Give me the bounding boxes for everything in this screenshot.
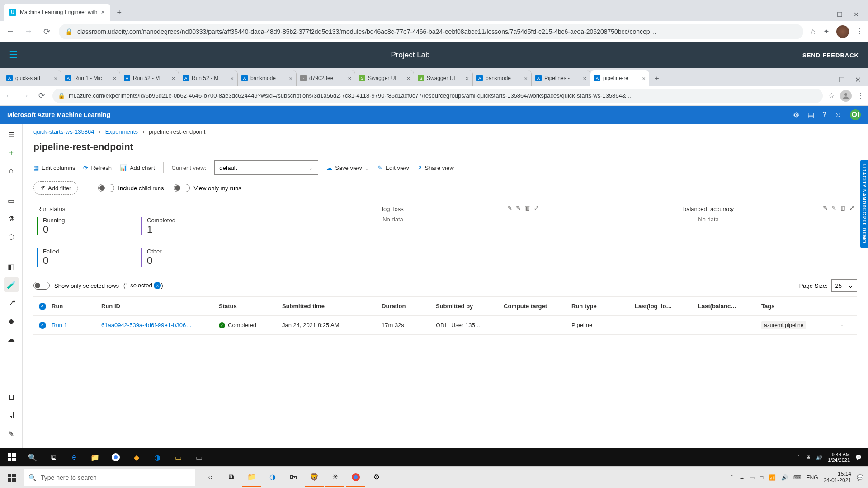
start-icon[interactable]: [3, 450, 21, 465]
col-status[interactable]: Status: [219, 303, 282, 310]
share-view-button[interactable]: ↗Share view: [417, 164, 453, 171]
close-icon[interactable]: ×: [465, 75, 469, 82]
expand-icon[interactable]: ⤢: [849, 205, 854, 211]
gear-icon[interactable]: ⚙: [793, 111, 799, 119]
cortana-icon[interactable]: ○: [201, 469, 220, 487]
col-tags[interactable]: Tags: [761, 303, 839, 310]
brave-icon[interactable]: 🦁: [305, 469, 324, 487]
minimize-icon[interactable]: —: [820, 11, 826, 18]
include-child-toggle[interactable]: Include child runs: [98, 184, 164, 192]
automl-icon[interactable]: ⚗: [4, 211, 19, 226]
breadcrumb-experiments[interactable]: Experiments: [105, 128, 138, 135]
tray-network-icon[interactable]: 🖥: [806, 455, 811, 460]
reload-icon[interactable]: ⟳: [36, 91, 47, 100]
clear-selection-icon[interactable]: ×: [154, 282, 161, 289]
home-icon[interactable]: ⌂: [4, 164, 19, 178]
more-icon[interactable]: ⋮: [857, 91, 864, 100]
battery-icon[interactable]: □: [760, 474, 763, 481]
star-icon[interactable]: ☆: [828, 91, 835, 100]
close-icon[interactable]: ×: [171, 75, 175, 82]
notebooks-icon[interactable]: ▭: [4, 193, 19, 208]
add-filter-button[interactable]: ⧩Add filter: [33, 181, 78, 195]
explorer-icon[interactable]: 📁: [86, 450, 104, 465]
notifications-icon[interactable]: 💬: [857, 474, 863, 481]
col-run-type[interactable]: Run type: [571, 303, 635, 310]
keyboard-icon[interactable]: ⌨: [793, 474, 801, 481]
inner-tab-swagger2[interactable]: SSwagger UI×: [414, 70, 473, 86]
inner-new-tab-button[interactable]: +: [651, 73, 663, 84]
col-last-log[interactable]: Last(log_lo…: [635, 303, 698, 310]
run-link[interactable]: Run 1: [52, 322, 101, 328]
inner-tab-pipelines[interactable]: APipelines -×: [532, 70, 590, 86]
onedrive-icon[interactable]: ☁: [739, 474, 744, 481]
close-icon[interactable]: ×: [230, 75, 234, 82]
start-icon[interactable]: [2, 469, 22, 487]
new-tab-button[interactable]: +: [113, 6, 126, 19]
datastores-icon[interactable]: 🗄: [4, 408, 19, 423]
close-icon[interactable]: ×: [642, 75, 646, 82]
inner-tab-pipeline-rest[interactable]: Apipeline-re×: [590, 70, 649, 86]
maximize-icon[interactable]: ☐: [837, 11, 843, 18]
tray-sound-icon[interactable]: 🔊: [816, 455, 822, 460]
edit-columns-button[interactable]: ▦Edit columns: [33, 164, 75, 171]
notifications-icon[interactable]: 💬: [855, 455, 862, 460]
tray-chevron-icon[interactable]: ˄: [731, 474, 733, 481]
maximize-icon[interactable]: ☐: [839, 75, 845, 84]
tray-chevron-icon[interactable]: ˄: [797, 455, 800, 460]
vscode-icon[interactable]: ◆: [127, 450, 146, 465]
col-duration[interactable]: Duration: [382, 303, 436, 310]
inner-tab-run52b[interactable]: ARun 52 - M×: [179, 70, 238, 86]
endpoints-icon[interactable]: ☁: [4, 332, 19, 346]
page-size-select[interactable]: 25 ⌄: [831, 279, 857, 292]
expand-icon[interactable]: ⤢: [534, 205, 539, 211]
outer-omnibox[interactable]: 🔒 classroom.udacity.com/nanodegrees/nd00…: [59, 24, 803, 39]
inner-tab-run52a[interactable]: ARun 52 - M×: [120, 70, 179, 86]
refresh-button[interactable]: ⟳Refresh: [83, 164, 112, 171]
inner-tab-bankmodel1[interactable]: Abankmode×: [238, 70, 297, 86]
select-all-checkbox[interactable]: ✓: [33, 303, 52, 310]
trash-icon[interactable]: 🗑: [840, 205, 846, 211]
menu-icon[interactable]: ☰: [4, 127, 19, 142]
hamburger-icon[interactable]: ☰: [9, 49, 18, 61]
search-icon[interactable]: 🔍: [24, 450, 42, 465]
inner-tab-run1[interactable]: ARun 1 - Mic×: [61, 70, 120, 86]
lang-indicator[interactable]: ENG: [807, 474, 818, 481]
taskview-icon[interactable]: ⧉: [44, 450, 62, 465]
extensions-icon[interactable]: ✦: [823, 27, 829, 36]
close-icon[interactable]: ×: [583, 75, 586, 82]
slack-icon[interactable]: ✳: [326, 469, 344, 487]
close-icon[interactable]: ×: [101, 9, 104, 16]
azure-avatar[interactable]: OI: [850, 109, 861, 120]
send-feedback-link[interactable]: SEND FEEDBACK: [802, 52, 859, 59]
chart-type-icon[interactable]: ✎̲: [823, 205, 828, 211]
taskbar-search[interactable]: 🔍 Type here to search: [24, 469, 195, 486]
save-view-button[interactable]: ☁Save view⌄: [326, 164, 369, 171]
col-last-bal[interactable]: Last(balanc…: [698, 303, 761, 310]
udacity-demo-tab[interactable]: UDACITY NANODEGREE DEMO: [860, 160, 868, 248]
chrome-icon[interactable]: [107, 450, 125, 465]
wifi-icon[interactable]: 📶: [769, 474, 776, 481]
chrome-icon[interactable]: [346, 469, 365, 487]
edit-view-button[interactable]: ✎Edit view: [377, 164, 409, 171]
trash-icon[interactable]: 🗑: [524, 205, 530, 211]
col-run[interactable]: Run: [52, 303, 101, 310]
close-icon[interactable]: ×: [54, 75, 57, 82]
outer-clock[interactable]: 15:14 24-01-2021: [824, 471, 851, 483]
notepad-icon[interactable]: ▭: [190, 450, 208, 465]
inner-avatar[interactable]: [840, 90, 852, 102]
designer-icon[interactable]: ⬡: [4, 230, 19, 244]
explorer-icon[interactable]: 📁: [242, 469, 261, 487]
forward-icon[interactable]: →: [23, 27, 34, 36]
inner-omnibox[interactable]: 🔒 ml.azure.com/experiments/id/6b96d21e-0…: [52, 89, 823, 103]
models-icon[interactable]: ◆: [4, 314, 19, 328]
inner-tab-swagger1[interactable]: SSwagger UI×: [355, 70, 414, 86]
help-icon[interactable]: ?: [822, 111, 826, 119]
compute-icon[interactable]: 🖥: [4, 390, 19, 405]
minimize-icon[interactable]: —: [821, 75, 829, 84]
close-window-icon[interactable]: ✕: [854, 11, 859, 18]
inner-tab-quickstart[interactable]: Aquick-start×: [3, 70, 61, 86]
experiments-icon[interactable]: 🧪: [4, 277, 19, 292]
forward-icon[interactable]: →: [20, 91, 31, 100]
inner-tab-bankmodel2[interactable]: Abankmode×: [473, 70, 532, 86]
col-run-id[interactable]: Run ID: [101, 303, 219, 310]
